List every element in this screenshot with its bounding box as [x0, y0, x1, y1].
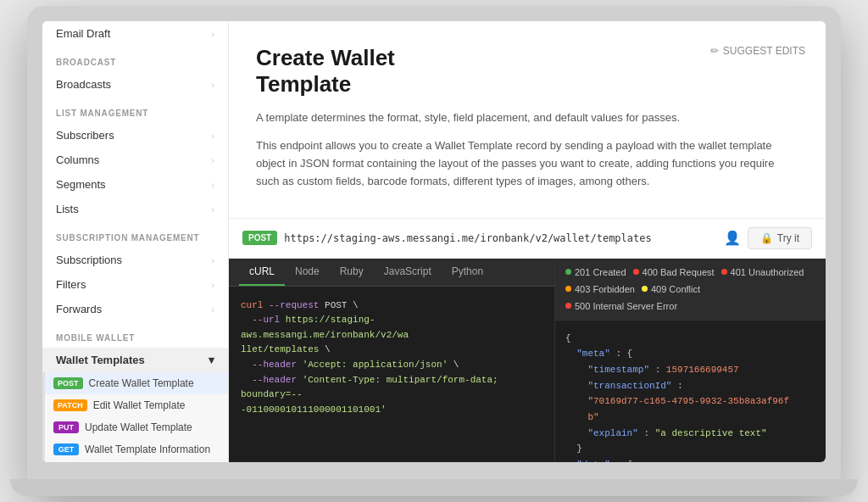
- chevron-icon: ›: [211, 29, 214, 39]
- sidebar-section-list-management: LIST MANAGEMENT: [42, 97, 228, 123]
- patch-badge: PATCH: [53, 399, 87, 411]
- response-codes: 201 Created 400 Bad Request 401 Unauthor…: [555, 259, 826, 321]
- sidebar-item-email-draft[interactable]: Email Draft ›: [42, 21, 228, 46]
- api-url-bar: POST https://staging-aws.messangi.me/iro…: [229, 219, 826, 259]
- sidebar-item-subscriptions[interactable]: Subscriptions ›: [42, 248, 228, 272]
- chevron-icon: ›: [211, 304, 214, 315]
- response-500[interactable]: 500 Internal Server Error: [565, 301, 677, 311]
- laptop-wrapper: Email Draft › BROADCAST Broadcasts › LIS…: [27, 6, 841, 496]
- tab-ruby[interactable]: Ruby: [330, 259, 374, 286]
- user-icon: 👤: [724, 230, 741, 246]
- dot-red: [633, 269, 639, 275]
- response-409[interactable]: 409 Conflict: [642, 284, 700, 294]
- response-403[interactable]: 403 Forbidden: [565, 284, 635, 294]
- tab-python[interactable]: Python: [442, 259, 493, 286]
- sidebar-item-wallet-template-info[interactable]: GET Wallet Template Information: [45, 438, 228, 460]
- laptop-screen: Email Draft › BROADCAST Broadcasts › LIS…: [42, 21, 826, 462]
- code-block: curl --request POST \ --url https://stag…: [229, 287, 554, 430]
- chevron-icon: ›: [211, 280, 214, 290]
- api-url-icons: 👤: [724, 230, 741, 246]
- tab-curl[interactable]: cURL: [239, 259, 285, 286]
- sidebar-item-broadcasts[interactable]: Broadcasts ›: [42, 72, 228, 97]
- sidebar: Email Draft › BROADCAST Broadcasts › LIS…: [42, 21, 229, 462]
- chevron-down-icon: ▾: [209, 354, 214, 366]
- dot-red-3: [565, 303, 571, 309]
- doc-section: Create WalletTemplate ✏ SUGGEST EDITS A …: [229, 21, 826, 219]
- code-tabs: cURL Node Ruby JavaScript Python: [229, 259, 554, 287]
- sidebar-item-list-wallet-templates[interactable]: ALL List Wallet Templates: [45, 460, 228, 462]
- sidebar-item-edit-wallet-template[interactable]: PATCH Edit Wallet Template: [45, 394, 228, 416]
- chevron-icon: ›: [211, 180, 214, 190]
- sidebar-item-segments[interactable]: Segments ›: [42, 172, 228, 197]
- dot-green: [565, 269, 571, 275]
- chevron-icon: ›: [211, 131, 214, 141]
- tab-node[interactable]: Node: [285, 259, 330, 286]
- sidebar-item-columns[interactable]: Columns ›: [42, 148, 228, 172]
- get-badge: GET: [53, 443, 79, 455]
- response-body: { "meta" : { "timestamp" : 1597166699457…: [555, 321, 826, 462]
- dot-orange: [565, 286, 571, 292]
- suggest-edits-button[interactable]: ✏ SUGGEST EDITS: [710, 45, 805, 57]
- code-area: cURL Node Ruby JavaScript Python curl --…: [229, 259, 826, 462]
- method-badge: POST: [242, 231, 277, 245]
- description-1: A template determines the format, style,…: [256, 109, 798, 127]
- sidebar-item-filters[interactable]: Filters ›: [42, 272, 228, 297]
- wallet-templates-dropdown[interactable]: Wallet Templates ▾: [42, 348, 228, 372]
- lock-icon: 🔒: [760, 232, 773, 244]
- response-401[interactable]: 401 Unauthorized: [721, 267, 804, 277]
- edit-icon: ✏: [710, 45, 719, 57]
- laptop-base: [10, 479, 858, 496]
- chevron-icon: ›: [211, 155, 214, 165]
- chevron-icon: ›: [211, 204, 214, 215]
- code-left-panel: cURL Node Ruby JavaScript Python curl --…: [229, 259, 554, 462]
- sidebar-item-forwards[interactable]: Forwards ›: [42, 297, 228, 321]
- wallet-templates-submenu: POST Create Wallet Template PATCH Edit W…: [42, 372, 228, 462]
- sidebar-item-create-wallet-template[interactable]: POST Create Wallet Template: [45, 372, 228, 394]
- dot-red-2: [721, 269, 727, 275]
- code-right-panel: 201 Created 400 Bad Request 401 Unauthor…: [554, 259, 826, 462]
- sidebar-section-subscription-management: SUBSCRIPTION MANAGEMENT: [42, 221, 228, 248]
- tab-javascript[interactable]: JavaScript: [374, 259, 442, 286]
- try-it-button[interactable]: 🔒 Try it: [748, 227, 812, 249]
- sidebar-section-mobile-wallet: MOBILE WALLET: [42, 321, 228, 348]
- api-url-text: https://staging-aws.messangi.me/ironbank…: [284, 232, 717, 244]
- chevron-icon: ›: [211, 80, 214, 90]
- main-content: Create WalletTemplate ✏ SUGGEST EDITS A …: [229, 21, 826, 462]
- sidebar-item-lists[interactable]: Lists ›: [42, 197, 228, 221]
- sidebar-item-subscribers[interactable]: Subscribers ›: [42, 123, 228, 148]
- sidebar-section-broadcast: BROADCAST: [42, 46, 228, 72]
- sidebar-item-update-wallet-template[interactable]: PUT Update Wallet Template: [45, 416, 228, 438]
- response-400[interactable]: 400 Bad Request: [633, 267, 715, 277]
- response-201[interactable]: 201 Created: [565, 267, 626, 277]
- chevron-icon: ›: [211, 255, 214, 265]
- post-badge: POST: [53, 377, 83, 389]
- description-2: This endpoint allows you to create a Wal…: [256, 137, 798, 190]
- dot-yellow: [642, 286, 648, 292]
- put-badge: PUT: [53, 421, 79, 433]
